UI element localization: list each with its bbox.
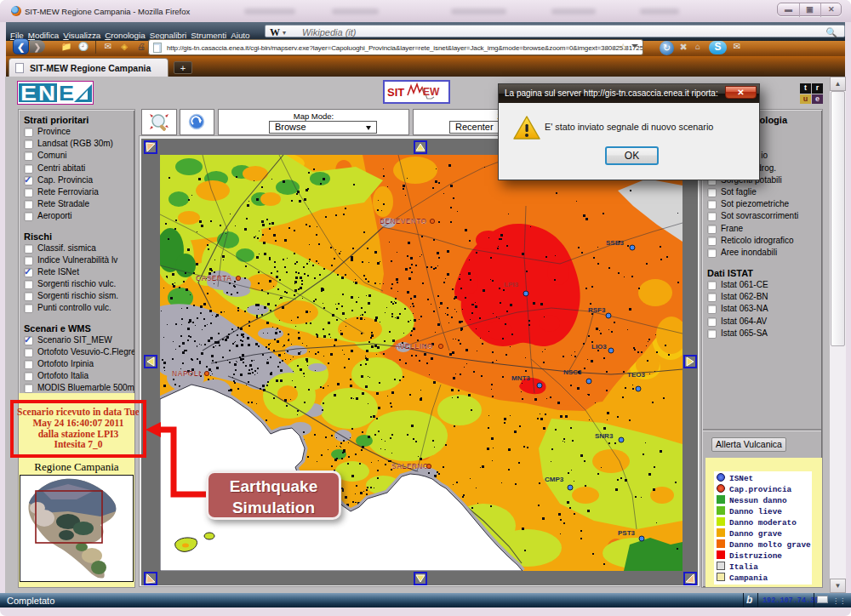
svg-text:E: E	[59, 82, 74, 104]
svg-text:SNR3: SNR3	[595, 432, 614, 440]
svg-text:CASERTA: CASERTA	[196, 274, 232, 282]
svg-text:BENEVENTO: BENEVENTO	[380, 217, 427, 225]
svg-text:AVELLINO: AVELLINO	[395, 342, 433, 351]
svg-text:LPI3: LPI3	[504, 281, 518, 288]
svg-text:NAPOLI: NAPOLI	[172, 369, 201, 378]
svg-text:RSF3: RSF3	[588, 306, 606, 314]
svg-text:TEO3: TEO3	[627, 371, 645, 379]
svg-text:NSC3: NSC3	[563, 368, 582, 376]
svg-text:PST3: PST3	[618, 529, 636, 537]
svg-text:N: N	[38, 82, 55, 104]
svg-text:E: E	[20, 82, 37, 104]
svg-text:CMP3: CMP3	[545, 476, 564, 483]
svg-text:MNT3: MNT3	[511, 374, 530, 382]
svg-text:SIT: SIT	[387, 86, 404, 99]
svg-text:EW: EW	[423, 86, 440, 98]
svg-text:SALERNO: SALERNO	[391, 462, 429, 471]
svg-text:SSB3: SSB3	[606, 239, 624, 247]
svg-text:LIO3: LIO3	[591, 343, 607, 351]
